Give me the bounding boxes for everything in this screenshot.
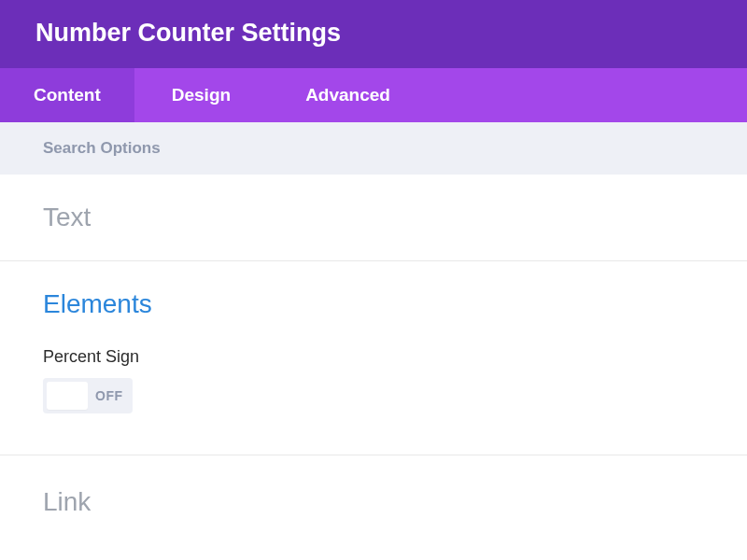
tab-content[interactable]: Content bbox=[0, 68, 134, 122]
section-link[interactable]: Link bbox=[0, 455, 747, 545]
section-text[interactable]: Text bbox=[0, 175, 747, 261]
search-options-placeholder: Search Options bbox=[43, 139, 161, 157]
toggle-knob bbox=[47, 382, 88, 410]
tab-design[interactable]: Design bbox=[134, 68, 268, 122]
percent-sign-field: Percent Sign OFF bbox=[43, 347, 704, 413]
section-link-heading: Link bbox=[43, 487, 704, 517]
tab-bar: Content Design Advanced bbox=[0, 68, 747, 122]
percent-sign-toggle[interactable]: OFF bbox=[43, 378, 133, 413]
settings-title: Number Counter Settings bbox=[35, 19, 712, 48]
section-elements-heading[interactable]: Elements bbox=[43, 289, 704, 319]
toggle-state-label: OFF bbox=[95, 388, 123, 403]
tab-advanced[interactable]: Advanced bbox=[268, 68, 428, 122]
section-elements: Elements Percent Sign OFF bbox=[0, 261, 747, 455]
search-options-bar[interactable]: Search Options bbox=[0, 122, 747, 175]
percent-sign-label: Percent Sign bbox=[43, 347, 704, 367]
section-text-heading: Text bbox=[43, 203, 704, 232]
settings-header: Number Counter Settings bbox=[0, 0, 747, 68]
